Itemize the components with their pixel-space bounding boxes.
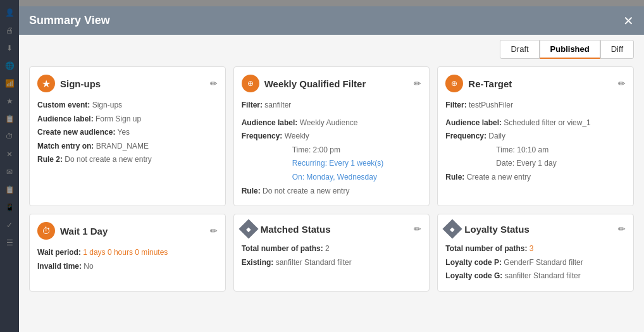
card-retarget-edit-icon[interactable]: ✏ xyxy=(618,78,626,89)
card-ms-field-1: Total number of paths: 2 xyxy=(242,242,422,256)
tab-bar: Draft Published Diff xyxy=(19,35,644,59)
card-weekly-filter-header: ⊕ Weekly Qualified Filter ✏ xyxy=(242,75,422,92)
card-loyalty-status-edit-icon[interactable]: ✏ xyxy=(618,224,626,234)
card-weekly-filter-body: Filter: sanfilter Audience label: Weekly… xyxy=(242,99,422,198)
card-retarget-icon: ⊕ xyxy=(445,75,463,92)
card-signups-title-area: ★ Sign-ups xyxy=(37,75,101,92)
card-wait-field-1: Wait period: 1 days 0 hours 0 minutes xyxy=(37,246,218,260)
card-wf-field-4: Time: 2:00 pm xyxy=(242,144,422,157)
card-weekly-filter-title: Weekly Qualified Filter xyxy=(264,78,366,89)
card-weekly-filter-edit-icon[interactable]: ✏ xyxy=(414,78,421,89)
card-weekly-filter-icon: ⊕ xyxy=(242,75,259,92)
card-wait-icon: ⏱ xyxy=(37,222,55,240)
card-signups-header: ★ Sign-ups ✏ xyxy=(37,75,218,92)
card-retarget-title: Re-Target xyxy=(468,78,512,89)
card-rt-field-1: Filter: testPushFiler xyxy=(445,99,626,113)
modal-title: Summary View xyxy=(29,14,110,27)
card-signups: ★ Sign-ups ✏ Custom event: Sign-ups Audi… xyxy=(29,66,226,206)
card-signups-field-5: Rule 2: Do not create a new entry xyxy=(37,153,218,167)
card-wf-field-3: Frequency: Weekly xyxy=(242,130,422,144)
card-ls-field-1: Total number of paths: 3 xyxy=(445,242,626,256)
summary-view-modal: Summary View ✕ Draft Published Diff ★ Si… xyxy=(19,6,644,332)
tab-diff[interactable]: Diff xyxy=(600,40,634,59)
card-retarget-header: ⊕ Re-Target ✏ xyxy=(445,75,626,92)
card-wait-title: Wait 1 Day xyxy=(60,226,108,237)
card-matched-status-edit-icon[interactable]: ✏ xyxy=(414,224,421,234)
cards-area: ★ Sign-ups ✏ Custom event: Sign-ups Audi… xyxy=(19,59,644,332)
card-wf-field-7: Rule: Do not create a new entry xyxy=(242,185,422,199)
card-retarget-title-area: ⊕ Re-Target xyxy=(445,75,512,92)
card-signups-field-4: Match entry on: BRAND_NAME xyxy=(37,140,218,154)
card-loyalty-status-header: ◆ Loyalty Status ✏ xyxy=(445,222,626,236)
card-rt-field-2: Audience label: Scheduled filter or view… xyxy=(445,116,626,130)
card-ls-field-3: Loyalty code G: sanfilter Standard filte… xyxy=(445,269,626,283)
card-matched-status-header: ◆ Matched Status ✏ xyxy=(242,222,422,236)
card-wf-field-5: Recurring: Every 1 week(s) xyxy=(242,157,422,171)
card-retarget: ⊕ Re-Target ✏ Filter: testPushFiler Audi… xyxy=(437,66,634,206)
card-loyalty-status-title-area: ◆ Loyalty Status xyxy=(445,222,529,236)
card-rt-field-6: Rule: Create a new entry xyxy=(445,171,626,185)
card-wait-field-2: Invalid time: No xyxy=(37,260,218,274)
tab-published[interactable]: Published xyxy=(540,40,600,59)
card-wait-title-area: ⏱ Wait 1 Day xyxy=(37,222,108,240)
modal-body: Draft Published Diff ★ Sign-ups ✏ Custom… xyxy=(19,35,644,332)
card-wf-field-6: On: Monday, Wednesday xyxy=(242,171,422,185)
card-loyalty-status-title: Loyalty Status xyxy=(464,224,529,235)
card-rt-field-5: Date: Every 1 day xyxy=(445,157,626,171)
card-wait-body: Wait period: 1 days 0 hours 0 minutes In… xyxy=(37,246,218,273)
card-weekly-filter-title-area: ⊕ Weekly Qualified Filter xyxy=(242,75,366,92)
card-signups-body: Custom event: Sign-ups Audience label: F… xyxy=(37,99,218,167)
card-matched-status-title: Matched Status xyxy=(261,224,331,235)
card-loyalty-status-body: Total number of paths: 3 Loyalty code P:… xyxy=(445,242,626,283)
card-weekly-filter: ⊕ Weekly Qualified Filter ✏ Filter: sanf… xyxy=(233,66,430,206)
card-loyalty-status: ◆ Loyalty Status ✏ Total number of paths… xyxy=(437,214,634,292)
tab-group: Draft Published Diff xyxy=(500,40,634,59)
card-loyalty-status-icon: ◆ xyxy=(443,219,462,239)
card-matched-status: ◆ Matched Status ✏ Total number of paths… xyxy=(233,214,430,292)
card-ls-field-2: Loyalty code P: GenderF Standard filter xyxy=(445,256,626,270)
card-wait: ⏱ Wait 1 Day ✏ Wait period: 1 days 0 hou… xyxy=(29,214,226,292)
card-rt-field-4: Time: 10:10 am xyxy=(445,144,626,157)
modal-header: Summary View ✕ xyxy=(19,6,644,35)
card-signups-field-3: Create new audience: Yes xyxy=(37,126,218,140)
modal-close-button[interactable]: ✕ xyxy=(623,15,634,27)
card-signups-field-2: Audience label: Form Sign up xyxy=(37,113,218,126)
card-matched-status-icon: ◆ xyxy=(238,219,258,239)
card-matched-status-title-area: ◆ Matched Status xyxy=(242,222,331,236)
card-signups-edit-icon[interactable]: ✏ xyxy=(210,78,218,89)
card-retarget-body: Filter: testPushFiler Audience label: Sc… xyxy=(445,99,626,185)
card-signups-field-1: Custom event: Sign-ups xyxy=(37,99,218,113)
card-rt-field-3: Frequency: Daily xyxy=(445,130,626,144)
card-signups-title: Sign-ups xyxy=(60,78,101,89)
card-wait-header: ⏱ Wait 1 Day ✏ xyxy=(37,222,218,240)
card-matched-status-body: Total number of paths: 2 Existing: sanfi… xyxy=(242,242,422,269)
card-ms-field-2: Existing: sanfilter Standard filter xyxy=(242,256,422,270)
tab-draft[interactable]: Draft xyxy=(500,40,539,59)
card-signups-icon: ★ xyxy=(37,75,55,92)
card-wait-edit-icon[interactable]: ✏ xyxy=(210,226,218,236)
card-wf-field-2: Audience label: Weekly Audience xyxy=(242,116,422,130)
card-wf-field-1: Filter: sanfilter xyxy=(242,99,422,113)
